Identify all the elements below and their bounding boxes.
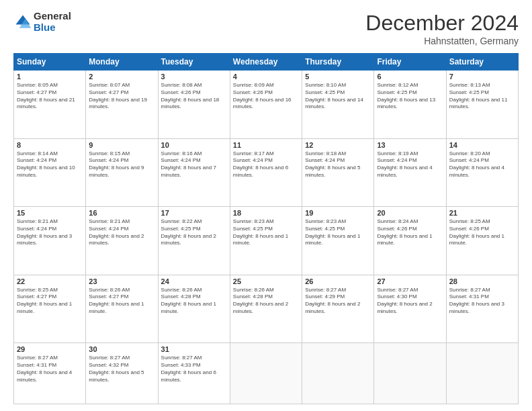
- day-number: 7: [449, 73, 515, 81]
- day-cell: 28 Sunrise: 8:27 AM Sunset: 4:31 PM Dayl…: [446, 275, 518, 343]
- day-number: 16: [89, 209, 154, 217]
- col-wednesday: Wednesday: [230, 54, 302, 71]
- day-number: 27: [377, 277, 443, 285]
- day-cell: 2 Sunrise: 8:07 AM Sunset: 4:27 PM Dayli…: [86, 71, 158, 139]
- day-cell: 10 Sunrise: 8:16 AM Sunset: 4:24 PM Dayl…: [158, 138, 230, 207]
- day-cell: 8 Sunrise: 8:14 AM Sunset: 4:24 PM Dayli…: [14, 138, 86, 207]
- day-info: Sunrise: 8:27 AM Sunset: 4:29 PM Dayligh…: [305, 287, 371, 316]
- page: General Blue December 2024 Hahnstatten, …: [0, 0, 532, 411]
- day-cell: 20 Sunrise: 8:24 AM Sunset: 4:26 PM Dayl…: [374, 207, 446, 275]
- day-cell: 25 Sunrise: 8:26 AM Sunset: 4:28 PM Dayl…: [230, 275, 302, 343]
- col-monday: Monday: [86, 54, 158, 71]
- day-info: Sunrise: 8:17 AM Sunset: 4:24 PM Dayligh…: [233, 150, 299, 179]
- day-cell: 13 Sunrise: 8:19 AM Sunset: 4:24 PM Dayl…: [374, 138, 446, 207]
- logo-general: General: [34, 11, 71, 22]
- calendar-row: 15 Sunrise: 8:21 AM Sunset: 4:24 PM Dayl…: [14, 207, 519, 275]
- day-info: Sunrise: 8:16 AM Sunset: 4:24 PM Dayligh…: [161, 150, 227, 179]
- day-cell: 29 Sunrise: 8:27 AM Sunset: 4:31 PM Dayl…: [14, 343, 86, 404]
- day-info: Sunrise: 8:24 AM Sunset: 4:26 PM Dayligh…: [377, 218, 443, 247]
- day-cell: 18 Sunrise: 8:23 AM Sunset: 4:25 PM Dayl…: [230, 207, 302, 275]
- calendar-row: 22 Sunrise: 8:25 AM Sunset: 4:27 PM Dayl…: [14, 275, 519, 343]
- month-title: December 2024: [365, 11, 519, 36]
- day-cell: 6 Sunrise: 8:12 AM Sunset: 4:25 PM Dayli…: [374, 71, 446, 139]
- day-number: 21: [449, 209, 515, 217]
- col-friday: Friday: [374, 54, 446, 71]
- day-cell: 16 Sunrise: 8:21 AM Sunset: 4:24 PM Dayl…: [86, 207, 158, 275]
- day-cell: 31 Sunrise: 8:27 AM Sunset: 4:33 PM Dayl…: [158, 343, 230, 404]
- logo: General Blue: [13, 11, 71, 33]
- logo-text: General Blue: [34, 11, 71, 33]
- day-cell: 24 Sunrise: 8:26 AM Sunset: 4:28 PM Dayl…: [158, 275, 230, 343]
- day-number: 6: [377, 73, 443, 81]
- day-number: 1: [17, 73, 83, 81]
- day-info: Sunrise: 8:19 AM Sunset: 4:24 PM Dayligh…: [377, 150, 443, 179]
- day-info: Sunrise: 8:26 AM Sunset: 4:28 PM Dayligh…: [233, 287, 299, 316]
- day-info: Sunrise: 8:23 AM Sunset: 4:25 PM Dayligh…: [233, 218, 299, 247]
- logo-blue: Blue: [34, 22, 71, 34]
- day-cell: 7 Sunrise: 8:13 AM Sunset: 4:25 PM Dayli…: [446, 71, 518, 139]
- day-number: 23: [89, 277, 154, 285]
- calendar-row: 29 Sunrise: 8:27 AM Sunset: 4:31 PM Dayl…: [14, 343, 519, 404]
- day-number: 9: [89, 141, 154, 149]
- day-number: 8: [17, 141, 83, 149]
- day-cell: 27 Sunrise: 8:27 AM Sunset: 4:30 PM Dayl…: [374, 275, 446, 343]
- day-info: Sunrise: 8:12 AM Sunset: 4:25 PM Dayligh…: [377, 82, 443, 111]
- day-number: 28: [449, 277, 515, 285]
- day-number: 13: [377, 141, 443, 149]
- day-info: Sunrise: 8:18 AM Sunset: 4:24 PM Dayligh…: [305, 150, 371, 179]
- day-number: 29: [17, 345, 83, 353]
- day-number: 30: [89, 345, 154, 353]
- day-cell: 4 Sunrise: 8:09 AM Sunset: 4:26 PM Dayli…: [230, 71, 302, 139]
- day-info: Sunrise: 8:26 AM Sunset: 4:28 PM Dayligh…: [161, 287, 227, 316]
- day-number: 17: [161, 209, 227, 217]
- day-number: 18: [233, 209, 299, 217]
- day-number: 25: [233, 277, 299, 285]
- day-cell: 21 Sunrise: 8:25 AM Sunset: 4:26 PM Dayl…: [446, 207, 518, 275]
- empty-cell: [230, 343, 302, 404]
- calendar-row: 8 Sunrise: 8:14 AM Sunset: 4:24 PM Dayli…: [14, 138, 519, 207]
- day-info: Sunrise: 8:14 AM Sunset: 4:24 PM Dayligh…: [17, 150, 83, 179]
- day-info: Sunrise: 8:05 AM Sunset: 4:27 PM Dayligh…: [17, 82, 83, 111]
- day-number: 11: [233, 141, 299, 149]
- header: General Blue December 2024 Hahnstatten, …: [13, 11, 519, 46]
- calendar-row: 1 Sunrise: 8:05 AM Sunset: 4:27 PM Dayli…: [14, 71, 519, 139]
- day-cell: 17 Sunrise: 8:22 AM Sunset: 4:25 PM Dayl…: [158, 207, 230, 275]
- day-cell: 1 Sunrise: 8:05 AM Sunset: 4:27 PM Dayli…: [14, 71, 86, 139]
- day-info: Sunrise: 8:25 AM Sunset: 4:27 PM Dayligh…: [17, 287, 83, 316]
- day-cell: 11 Sunrise: 8:17 AM Sunset: 4:24 PM Dayl…: [230, 138, 302, 207]
- calendar: Sunday Monday Tuesday Wednesday Thursday…: [13, 53, 519, 404]
- day-info: Sunrise: 8:09 AM Sunset: 4:26 PM Dayligh…: [233, 82, 299, 111]
- day-cell: 30 Sunrise: 8:27 AM Sunset: 4:32 PM Dayl…: [86, 343, 158, 404]
- empty-cell: [374, 343, 446, 404]
- day-number: 12: [305, 141, 371, 149]
- day-number: 31: [161, 345, 227, 353]
- day-number: 4: [233, 73, 299, 81]
- day-info: Sunrise: 8:27 AM Sunset: 4:32 PM Dayligh…: [89, 355, 154, 383]
- day-cell: 3 Sunrise: 8:08 AM Sunset: 4:26 PM Dayli…: [158, 71, 230, 139]
- day-cell: 15 Sunrise: 8:21 AM Sunset: 4:24 PM Dayl…: [14, 207, 86, 275]
- day-number: 19: [305, 209, 371, 217]
- logo-icon: [13, 13, 32, 32]
- day-info: Sunrise: 8:23 AM Sunset: 4:25 PM Dayligh…: [305, 218, 371, 247]
- calendar-table: Sunday Monday Tuesday Wednesday Thursday…: [13, 53, 519, 404]
- day-number: 22: [17, 277, 83, 285]
- day-cell: 22 Sunrise: 8:25 AM Sunset: 4:27 PM Dayl…: [14, 275, 86, 343]
- day-cell: 14 Sunrise: 8:20 AM Sunset: 4:24 PM Dayl…: [446, 138, 518, 207]
- day-info: Sunrise: 8:15 AM Sunset: 4:24 PM Dayligh…: [89, 150, 154, 179]
- day-info: Sunrise: 8:07 AM Sunset: 4:27 PM Dayligh…: [89, 82, 154, 111]
- day-number: 5: [305, 73, 371, 81]
- col-saturday: Saturday: [446, 54, 518, 71]
- day-number: 24: [161, 277, 227, 285]
- day-info: Sunrise: 8:27 AM Sunset: 4:31 PM Dayligh…: [449, 287, 515, 316]
- day-cell: 12 Sunrise: 8:18 AM Sunset: 4:24 PM Dayl…: [302, 138, 374, 207]
- day-info: Sunrise: 8:21 AM Sunset: 4:24 PM Dayligh…: [17, 218, 83, 247]
- col-sunday: Sunday: [14, 54, 86, 71]
- col-tuesday: Tuesday: [158, 54, 230, 71]
- day-cell: 26 Sunrise: 8:27 AM Sunset: 4:29 PM Dayl…: [302, 275, 374, 343]
- header-row: Sunday Monday Tuesday Wednesday Thursday…: [14, 54, 519, 71]
- day-info: Sunrise: 8:26 AM Sunset: 4:27 PM Dayligh…: [89, 287, 154, 316]
- day-info: Sunrise: 8:13 AM Sunset: 4:25 PM Dayligh…: [449, 82, 515, 111]
- location: Hahnstatten, Germany: [365, 36, 519, 46]
- day-number: 10: [161, 141, 227, 149]
- day-number: 3: [161, 73, 227, 81]
